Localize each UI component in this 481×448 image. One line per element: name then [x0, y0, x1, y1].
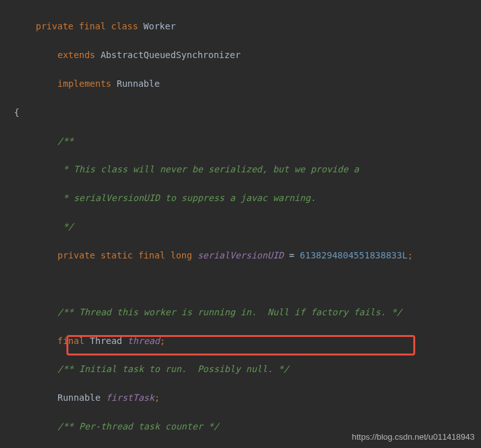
- code-line: /** Thread this worker is running in. Nu…: [8, 305, 481, 319]
- code-line: extends AbstractQueuedSynchronizer: [8, 48, 481, 62]
- code-line: /**: [8, 134, 481, 148]
- code-line: * This class will never be serialized, b…: [8, 162, 481, 176]
- code-line: * serialVersionUID to suppress a javac w…: [8, 191, 481, 205]
- code-line: private final class Worker: [8, 19, 481, 33]
- code-line: final Thread thread;: [8, 334, 481, 348]
- code-line: */: [8, 220, 481, 234]
- code-line: implements Runnable: [8, 77, 481, 91]
- code-line: {: [8, 105, 481, 119]
- code-line: private static final long serialVersionU…: [8, 248, 481, 262]
- code-line: [8, 276, 481, 290]
- code-editor[interactable]: private final class Worker extends Abstr…: [0, 0, 481, 448]
- code-line: Runnable firstTask;: [8, 391, 481, 405]
- watermark-text: https://blog.csdn.net/u011418943: [352, 431, 475, 444]
- code-line: /** Initial task to run. Possibly null. …: [8, 362, 481, 376]
